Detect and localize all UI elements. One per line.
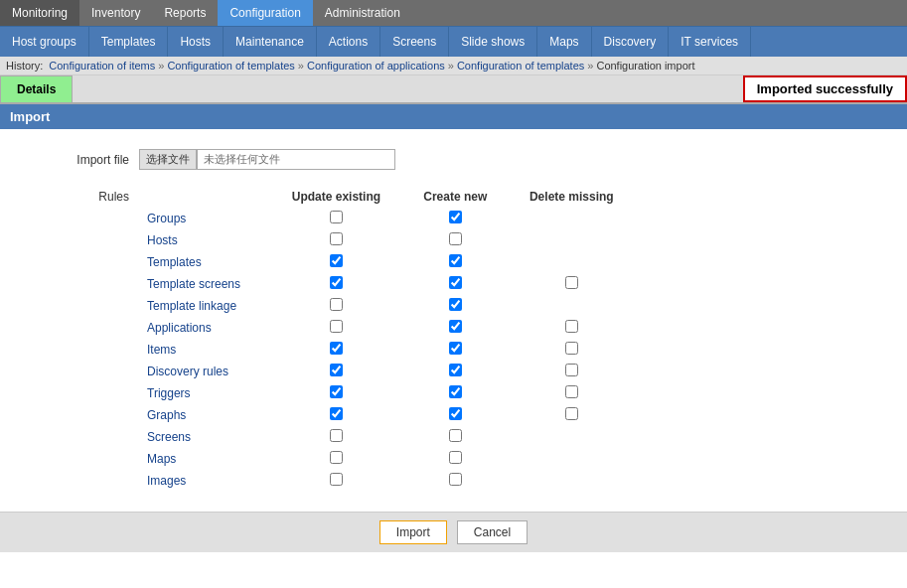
rule-update-existing xyxy=(269,426,403,448)
rule-create-new xyxy=(403,273,508,295)
footer: Import Cancel xyxy=(0,512,907,552)
col-update-existing: Update existing xyxy=(269,186,403,208)
rule-update-existing xyxy=(269,361,403,382)
top-nav-monitoring[interactable]: Monitoring xyxy=(0,0,79,26)
rule-name: Maps xyxy=(139,448,269,470)
rule-delete-missing xyxy=(508,426,636,448)
rule-name: Template linkage xyxy=(139,295,269,317)
top-nav: Monitoring Inventory Reports Configurati… xyxy=(0,0,907,26)
second-nav-maintenance[interactable]: Maintenance xyxy=(224,27,317,57)
import-file-label: Import file xyxy=(20,153,139,167)
rule-create-new xyxy=(403,208,508,229)
rule-name: Applications xyxy=(139,317,269,339)
breadcrumb-config-apps[interactable]: Configuration of applications xyxy=(307,60,445,72)
page-wrapper: Monitoring Inventory Reports Configurati… xyxy=(0,0,907,588)
rule-update-existing xyxy=(269,229,403,251)
rule-name: Triggers xyxy=(139,382,269,404)
rule-delete-missing xyxy=(508,317,636,339)
success-message: Imported successfully xyxy=(743,75,907,102)
section-header: Import xyxy=(0,104,907,129)
rule-delete-missing xyxy=(508,448,636,470)
rule-update-existing xyxy=(269,317,403,339)
second-nav-templates[interactable]: Templates xyxy=(89,27,169,57)
table-row: Maps xyxy=(139,448,636,470)
table-row: Screens xyxy=(139,426,636,448)
top-nav-inventory[interactable]: Inventory xyxy=(79,0,152,26)
second-nav-discovery[interactable]: Discovery xyxy=(592,27,670,57)
rule-create-new xyxy=(403,470,508,492)
rule-name: Template screens xyxy=(139,273,269,295)
rule-update-existing xyxy=(269,251,403,273)
top-nav-configuration[interactable]: Configuration xyxy=(218,0,312,26)
table-row: Template screens xyxy=(139,273,636,295)
breadcrumb-config-templates-1[interactable]: Configuration of templates xyxy=(167,60,294,72)
tabs-row: Details Imported successfully xyxy=(0,75,907,104)
import-file-row: Import file 选择文件 未选择任何文件 xyxy=(20,149,887,170)
table-row: Groups xyxy=(139,208,636,229)
breadcrumb-config-templates-2[interactable]: Configuration of templates xyxy=(457,60,584,72)
second-nav-hostgroups[interactable]: Host groups xyxy=(0,27,89,57)
rule-delete-missing xyxy=(508,295,636,317)
top-nav-reports[interactable]: Reports xyxy=(152,0,218,26)
rule-delete-missing xyxy=(508,404,636,426)
second-nav-slideshows[interactable]: Slide shows xyxy=(449,27,537,57)
table-row: Discovery rules xyxy=(139,361,636,382)
rule-create-new xyxy=(403,361,508,382)
table-row: Template linkage xyxy=(139,295,636,317)
rule-create-new xyxy=(403,426,508,448)
rule-create-new xyxy=(403,317,508,339)
rule-create-new xyxy=(403,404,508,426)
choose-file-button[interactable]: 选择文件 xyxy=(139,149,197,170)
rule-update-existing xyxy=(269,273,403,295)
rule-create-new xyxy=(403,339,508,361)
rule-name: Templates xyxy=(139,251,269,273)
rule-create-new xyxy=(403,382,508,404)
table-row: Templates xyxy=(139,251,636,273)
rule-create-new xyxy=(403,229,508,251)
table-row: Applications xyxy=(139,317,636,339)
import-button[interactable]: Import xyxy=(379,520,447,544)
rule-delete-missing xyxy=(508,470,636,492)
breadcrumb-current: Configuration import xyxy=(596,60,694,72)
rule-name: Images xyxy=(139,470,269,492)
rules-section: Rules Update existing Create new Delete … xyxy=(20,186,887,492)
file-name-display: 未选择任何文件 xyxy=(197,149,395,170)
rule-name: Groups xyxy=(139,208,269,229)
rule-update-existing xyxy=(269,295,403,317)
second-nav-actions[interactable]: Actions xyxy=(317,27,380,57)
rule-update-existing xyxy=(269,339,403,361)
rule-delete-missing xyxy=(508,339,636,361)
breadcrumb-config-items[interactable]: Configuration of items xyxy=(49,60,155,72)
second-nav-itservices[interactable]: IT services xyxy=(669,27,751,57)
table-row: Graphs xyxy=(139,404,636,426)
rule-update-existing xyxy=(269,448,403,470)
table-row: Triggers xyxy=(139,382,636,404)
rule-create-new xyxy=(403,295,508,317)
rule-name: Hosts xyxy=(139,229,269,251)
rule-name: Items xyxy=(139,339,269,361)
rule-update-existing xyxy=(269,404,403,426)
second-nav-screens[interactable]: Screens xyxy=(380,27,449,57)
rule-delete-missing xyxy=(508,361,636,382)
main-content: Import file 选择文件 未选择任何文件 Rules Update ex… xyxy=(0,129,907,512)
col-create-new: Create new xyxy=(403,186,508,208)
rule-name: Screens xyxy=(139,426,269,448)
breadcrumb: History: Configuration of items » Config… xyxy=(0,57,907,75)
tab-details[interactable]: Details xyxy=(0,75,73,102)
rule-delete-missing xyxy=(508,382,636,404)
table-row: Hosts xyxy=(139,229,636,251)
rule-update-existing xyxy=(269,470,403,492)
rule-delete-missing xyxy=(508,229,636,251)
top-nav-administration[interactable]: Administration xyxy=(313,0,412,26)
rule-update-existing xyxy=(269,382,403,404)
table-row: Images xyxy=(139,470,636,492)
rule-update-existing xyxy=(269,208,403,229)
cancel-button[interactable]: Cancel xyxy=(457,520,528,544)
second-nav-maps[interactable]: Maps xyxy=(537,27,591,57)
rule-name: Graphs xyxy=(139,404,269,426)
col-delete-missing: Delete missing xyxy=(508,186,636,208)
rule-create-new xyxy=(403,448,508,470)
second-nav-hosts[interactable]: Hosts xyxy=(168,27,224,57)
rule-name: Discovery rules xyxy=(139,361,269,382)
table-row: Items xyxy=(139,339,636,361)
